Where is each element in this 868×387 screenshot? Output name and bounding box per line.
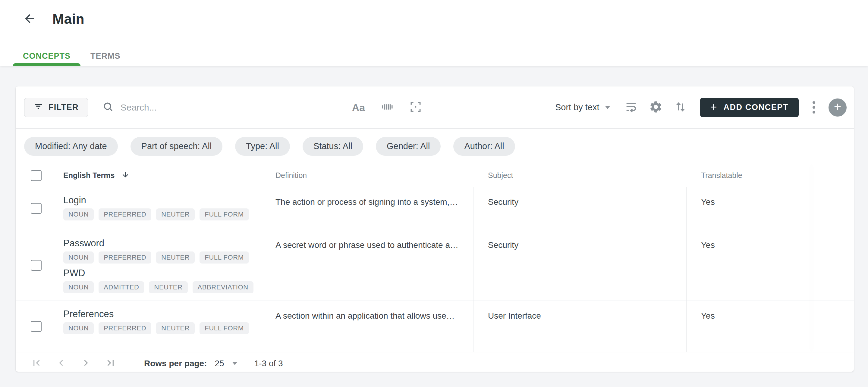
subject-cell: Security: [473, 230, 687, 300]
term-badges: NOUN PREFERRED NEUTER FULL FORM: [63, 252, 252, 263]
filter-chip[interactable]: Type: All: [235, 137, 290, 156]
first-page-button[interactable]: [30, 357, 43, 370]
term-name: Password: [63, 238, 252, 249]
search-input[interactable]: [121, 102, 313, 112]
rows-per-page-caret-icon[interactable]: [232, 362, 238, 365]
last-page-icon: [104, 357, 117, 370]
whole-word-button[interactable]: [381, 101, 393, 114]
table-row[interactable]: Login NOUN PREFERRED NEUTER FULL FORM Th…: [16, 187, 854, 230]
arrow-down-icon: [121, 170, 130, 181]
last-page-button[interactable]: [104, 357, 118, 370]
term-badges: NOUN PREFERRED NEUTER FULL FORM: [63, 208, 252, 221]
row-checkbox[interactable]: [31, 203, 41, 214]
term-attribute-badge: NOUN: [63, 208, 94, 221]
add-concept-button[interactable]: + ADD CONCEPT: [700, 98, 799, 117]
definition-cell: The action or process of signing into a …: [261, 187, 473, 230]
chevron-down-icon: [605, 106, 610, 109]
term-attribute-badge: FULL FORM: [199, 252, 249, 263]
term-attribute-badge: ABBREVIATION: [193, 281, 253, 293]
term-name: PWD: [63, 268, 252, 279]
search-icon: [102, 101, 114, 114]
gear-icon: [649, 100, 663, 115]
table-body: Login NOUN PREFERRED NEUTER FULL FORM Th…: [16, 187, 854, 352]
table-row[interactable]: Password NOUN PREFERRED NEUTER FULL FORM…: [16, 230, 854, 301]
rows-per-page-label: Rows per page:: [144, 359, 207, 368]
pinned-column-spacer: [831, 230, 854, 300]
table-row[interactable]: Preferences NOUN PREFERRED NEUTER FULL F…: [16, 301, 854, 352]
column-header-subject[interactable]: Subject: [473, 171, 687, 180]
term-attribute-badge: NEUTER: [156, 252, 195, 263]
match-case-button[interactable]: Aa: [352, 102, 365, 112]
add-concept-label: ADD CONCEPT: [723, 103, 788, 112]
term-attribute-badge: ADMITTED: [98, 281, 144, 293]
swap-vertical-icon: [674, 100, 687, 115]
sort-dropdown[interactable]: Sort by text: [555, 102, 610, 112]
term-attribute-badge: NEUTER: [149, 281, 187, 293]
row-checkbox[interactable]: [31, 321, 41, 332]
subject-cell: User Interface: [473, 301, 687, 352]
row-checkbox-cell: [16, 187, 61, 230]
term-attribute-badge: NOUN: [63, 322, 94, 334]
definition-cell: A section within an application that all…: [261, 301, 473, 352]
filter-button[interactable]: FILTER: [24, 98, 88, 117]
column-header-definition[interactable]: Definition: [261, 171, 473, 180]
chevron-left-icon: [55, 357, 67, 370]
tab-terms[interactable]: TERMS: [81, 46, 130, 66]
search-option-icons: Aa: [352, 100, 422, 115]
row-checkbox-cell: [16, 301, 61, 352]
term-attribute-badge: NEUTER: [156, 322, 195, 334]
first-page-icon: [30, 357, 42, 370]
row-checkbox[interactable]: [31, 260, 41, 271]
term-entry: Preferences NOUN PREFERRED NEUTER FULL F…: [63, 309, 252, 334]
filter-chip[interactable]: Gender: All: [376, 137, 441, 156]
field-scope-button[interactable]: [409, 100, 422, 115]
pagination-bar: Rows per page: 25 1-3 of 3: [16, 352, 854, 372]
filter-chips-row: Modified: Any date Part of speech: All T…: [16, 129, 854, 164]
kebab-menu-icon: [812, 101, 815, 104]
term-name: Preferences: [63, 309, 252, 320]
term-entry: PWD NOUN ADMITTED NEUTER ABBREVIATION: [63, 268, 252, 293]
plus-circle-icon: +: [834, 101, 841, 113]
term-badges: NOUN ADMITTED NEUTER ABBREVIATION: [63, 281, 252, 293]
term-attribute-badge: FULL FORM: [199, 208, 249, 221]
barcode-icon: [381, 101, 393, 114]
wrap-text-button[interactable]: [624, 100, 638, 115]
term-name: Login: [63, 195, 252, 206]
concepts-table: English Terms Definition Subject Transla…: [16, 164, 854, 352]
row-checkbox-cell: [16, 230, 61, 300]
rows-per-page-value[interactable]: 25: [215, 359, 224, 368]
back-button[interactable]: [22, 12, 37, 26]
selection-frame-icon: [409, 100, 422, 115]
term-badges: NOUN PREFERRED NEUTER FULL FORM: [63, 322, 252, 334]
select-all-checkbox[interactable]: [31, 170, 41, 181]
more-options-button[interactable]: [811, 99, 817, 115]
next-page-button[interactable]: [79, 357, 93, 370]
tab-concepts[interactable]: CONCEPTS: [13, 46, 81, 66]
arrow-back-icon: [23, 12, 36, 26]
filter-chip[interactable]: Status: All: [303, 137, 363, 156]
term-attribute-badge: NEUTER: [156, 208, 195, 221]
sort-direction-button[interactable]: [674, 100, 687, 115]
toolbar-action-icons: [624, 100, 687, 115]
settings-button[interactable]: [649, 100, 663, 115]
table-header-row: English Terms Definition Subject Transla…: [16, 164, 854, 187]
filter-chip[interactable]: Modified: Any date: [24, 137, 118, 156]
term-entry: Password NOUN PREFERRED NEUTER FULL FORM: [63, 238, 252, 263]
filter-chip[interactable]: Author: All: [453, 137, 515, 156]
page-title: Main: [53, 11, 84, 27]
definition-cell: A secret word or phrase used to authenti…: [261, 230, 473, 300]
term-attribute-badge: PREFERRED: [98, 322, 151, 334]
pinned-column-spacer: [831, 187, 854, 230]
chevron-right-icon: [80, 357, 92, 370]
previous-page-button[interactable]: [54, 357, 68, 370]
filter-chip[interactable]: Part of speech: All: [130, 137, 223, 156]
pagination-range: 1-3 of 3: [254, 359, 283, 368]
filter-list-icon: [33, 101, 43, 113]
terms-cell: Login NOUN PREFERRED NEUTER FULL FORM: [61, 187, 261, 230]
column-header-translatable[interactable]: Translatable: [687, 171, 831, 180]
page-content: FILTER Aa: [0, 66, 868, 372]
table-toolbar: FILTER Aa: [16, 87, 854, 129]
column-header-english-terms[interactable]: English Terms: [61, 170, 261, 181]
select-all-cell: [16, 170, 61, 181]
quick-add-button[interactable]: +: [829, 98, 846, 117]
